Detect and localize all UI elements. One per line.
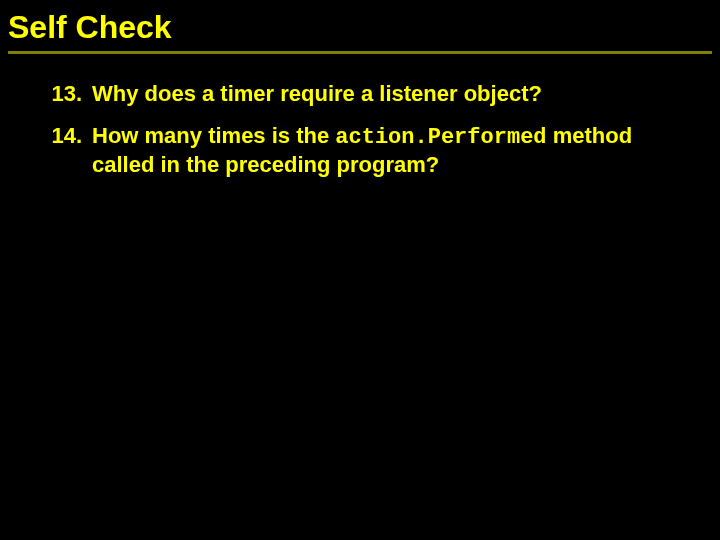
- item-number: 14.: [46, 122, 92, 179]
- item-text: How many times is the action.Performed m…: [92, 122, 712, 179]
- item-code: action.Performed: [335, 125, 546, 150]
- slide: Self Check 13. Why does a timer require …: [0, 0, 720, 540]
- question-list: 13. Why does a timer require a listener …: [8, 80, 712, 179]
- list-item: 13. Why does a timer require a listener …: [46, 80, 712, 108]
- list-item: 14. How many times is the action.Perform…: [46, 122, 712, 179]
- item-number: 13.: [46, 80, 92, 108]
- slide-title: Self Check: [8, 10, 712, 54]
- item-text: Why does a timer require a listener obje…: [92, 80, 712, 108]
- item-text-pre: How many times is the: [92, 123, 335, 148]
